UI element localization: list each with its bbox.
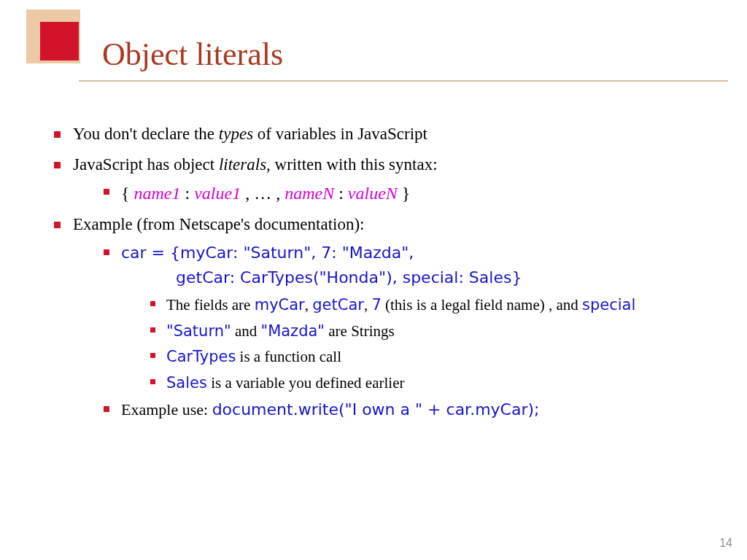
syntax-nameN: nameN	[285, 184, 334, 203]
example-use: Example use: document.write("I own a " +…	[104, 397, 718, 422]
text: are Strings	[325, 322, 395, 340]
corner-square-front	[40, 22, 79, 61]
code-frag: CarTypes	[166, 348, 236, 365]
bullet-list: You don't declare the types of variables…	[36, 121, 718, 423]
bullet-2: JavaScript has object literals, written …	[54, 152, 718, 208]
slide-body: You don't declare the types of variables…	[36, 117, 718, 427]
text: JavaScript has object	[73, 155, 219, 174]
bullet-3: Example (from Netscape's documentation):…	[54, 211, 718, 422]
sublist: car = {myCar: "Saturn", 7: "Mazda", getC…	[73, 241, 718, 422]
title-underline	[79, 80, 728, 82]
cartypes-note: CarTypes is a function call	[150, 345, 718, 369]
code-line-1: car = {myCar: "Saturn", 7: "Mazda",	[121, 244, 414, 262]
code-frag: "Mazda"	[260, 322, 325, 340]
strings-note: "Saturn" and "Mazda" are Strings	[150, 319, 718, 343]
code-line-2: getCar: CarTypes("Honda"), special: Sale…	[176, 265, 522, 290]
code-block: car = {myCar: "Saturn", 7: "Mazda", getC…	[104, 241, 718, 394]
text: Example use:	[121, 400, 212, 419]
text: and	[231, 322, 261, 340]
text-italic: literals,	[219, 155, 271, 174]
text: Example (from Netscape's documentation):	[73, 215, 364, 233]
separator: , … ,	[241, 184, 285, 203]
text: (this is a legal field name) , and	[382, 296, 582, 314]
brace-open: {	[121, 184, 134, 203]
colon: :	[334, 184, 348, 203]
code-frag: 7	[371, 296, 381, 314]
syntax-name1: name1	[134, 184, 181, 203]
text: You don't declare the	[73, 125, 219, 143]
bullet-1: You don't declare the types of variables…	[54, 121, 718, 147]
code-frag: "Saturn"	[166, 322, 231, 340]
brace-close: }	[398, 184, 411, 203]
code-frag: special	[582, 296, 635, 314]
code-frag: document.write("I own a " + car.myCar);	[212, 400, 540, 419]
code-frag: Sales	[166, 374, 207, 392]
colon: :	[181, 184, 195, 203]
fields-note: The fields are myCar, getCar, 7 (this is…	[150, 293, 718, 317]
text: is a function call	[236, 348, 341, 365]
text-italic: types	[219, 125, 253, 143]
slide: Object literals You don't declare the ty…	[0, 0, 747, 560]
text: of variables in JavaScript	[253, 125, 427, 143]
code-frag: getCar	[312, 296, 364, 314]
sublist: { name1 : value1 , … , nameN : valueN }	[73, 180, 718, 207]
text: ,	[364, 296, 372, 314]
text: The fields are	[166, 296, 255, 314]
syntax-value1: value1	[194, 184, 241, 203]
text: written with this syntax:	[271, 155, 438, 174]
syntax-line: { name1 : value1 , … , nameN : valueN }	[104, 180, 718, 207]
text: is a variable you defined earlier	[207, 374, 405, 392]
slide-title: Object literals	[102, 36, 283, 73]
syntax-valueN: valueN	[348, 184, 398, 203]
text: ,	[305, 296, 313, 314]
page-number: 14	[719, 537, 732, 550]
sales-note: Sales is a variable you defined earlier	[150, 371, 718, 395]
code-frag: myCar	[255, 296, 305, 314]
sublist: The fields are myCar, getCar, 7 (this is…	[121, 293, 718, 394]
